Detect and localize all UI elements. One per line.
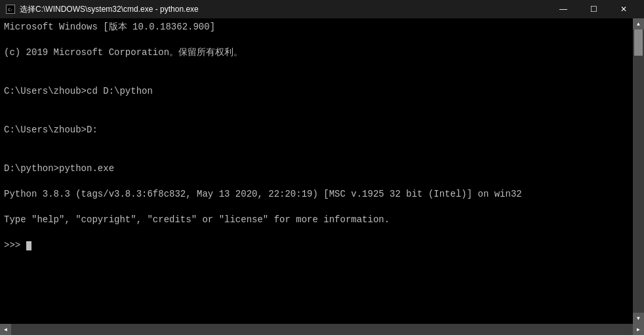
terminal-line: >>> xyxy=(4,239,629,252)
scroll-down-arrow[interactable]: ▼ xyxy=(633,313,644,324)
terminal-line: Python 3.8.3 (tags/v3.8.3:6f8c832, May 1… xyxy=(4,188,629,201)
scroll-horizontal-track[interactable] xyxy=(11,324,633,335)
terminal-line: Type "help", "copyright", "credits" or "… xyxy=(4,214,629,227)
content-area: Microsoft Windows [版本 10.0.18362.900] (c… xyxy=(0,18,644,324)
maximize-button[interactable]: ☐ xyxy=(578,0,609,18)
close-button[interactable]: ✕ xyxy=(609,0,639,18)
terminal-line: (c) 2019 Microsoft Corporation。保留所有权利。 xyxy=(4,47,629,60)
terminal-line: C:\Users\zhoub>cd D:\python xyxy=(4,85,629,98)
title-bar-text: 选择C:\WINDOWS\system32\cmd.exe - python.e… xyxy=(20,4,199,15)
terminal-line: D:\python>python.exe xyxy=(4,163,629,176)
terminal-line: C:\Users\zhoub>D: xyxy=(4,124,629,137)
cmd-icon xyxy=(5,4,16,14)
cursor xyxy=(26,241,31,250)
scroll-thumb[interactable] xyxy=(634,30,643,56)
scroll-track[interactable] xyxy=(633,30,644,313)
minimize-button[interactable]: — xyxy=(548,0,578,18)
scroll-up-arrow[interactable]: ▲ xyxy=(633,18,644,30)
terminal[interactable]: Microsoft Windows [版本 10.0.18362.900] (c… xyxy=(0,18,633,324)
terminal-line: Microsoft Windows [版本 10.0.18362.900] xyxy=(4,21,629,34)
scroll-right-arrow[interactable]: ▶ xyxy=(633,324,644,335)
title-bar-left: 选择C:\WINDOWS\system32\cmd.exe - python.e… xyxy=(5,4,199,15)
horizontal-scrollbar[interactable]: ◀ ▶ xyxy=(0,324,644,335)
vertical-scrollbar[interactable]: ▲ ▼ xyxy=(633,18,644,324)
title-bar-controls: — ☐ ✕ xyxy=(548,0,639,18)
title-bar: 选择C:\WINDOWS\system32\cmd.exe - python.e… xyxy=(0,0,644,18)
scroll-left-arrow[interactable]: ◀ xyxy=(0,324,11,335)
window: 选择C:\WINDOWS\system32\cmd.exe - python.e… xyxy=(0,0,644,335)
